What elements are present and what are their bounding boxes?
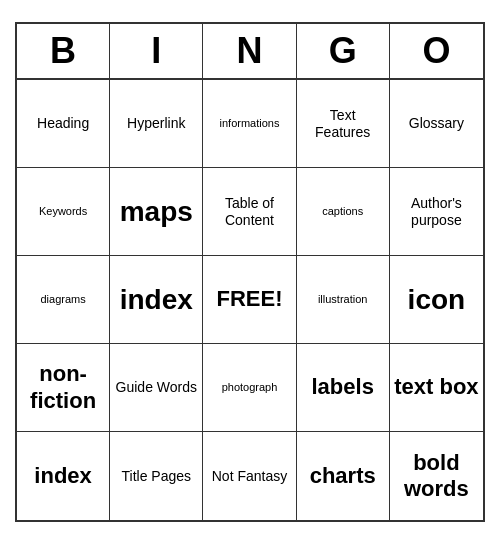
- bingo-cell-22[interactable]: Not Fantasy: [203, 432, 296, 520]
- bingo-header: BINGO: [17, 24, 483, 80]
- bingo-letter-n: N: [203, 24, 296, 78]
- bingo-cell-18[interactable]: labels: [297, 344, 390, 432]
- bingo-cell-19[interactable]: text box: [390, 344, 483, 432]
- bingo-cell-21[interactable]: Title Pages: [110, 432, 203, 520]
- bingo-cell-5[interactable]: Keywords: [17, 168, 110, 256]
- bingo-card: BINGO HeadingHyperlinkinformationsText F…: [15, 22, 485, 522]
- bingo-cell-4[interactable]: Glossary: [390, 80, 483, 168]
- bingo-cell-16[interactable]: Guide Words: [110, 344, 203, 432]
- bingo-letter-o: O: [390, 24, 483, 78]
- bingo-grid: HeadingHyperlinkinformationsText Feature…: [17, 80, 483, 520]
- bingo-cell-8[interactable]: captions: [297, 168, 390, 256]
- bingo-cell-0[interactable]: Heading: [17, 80, 110, 168]
- bingo-cell-23[interactable]: charts: [297, 432, 390, 520]
- bingo-cell-1[interactable]: Hyperlink: [110, 80, 203, 168]
- bingo-cell-7[interactable]: Table of Content: [203, 168, 296, 256]
- bingo-cell-6[interactable]: maps: [110, 168, 203, 256]
- bingo-cell-10[interactable]: diagrams: [17, 256, 110, 344]
- bingo-letter-b: B: [17, 24, 110, 78]
- bingo-letter-g: G: [297, 24, 390, 78]
- bingo-cell-2[interactable]: informations: [203, 80, 296, 168]
- bingo-cell-15[interactable]: non-fiction: [17, 344, 110, 432]
- bingo-cell-12[interactable]: FREE!: [203, 256, 296, 344]
- bingo-letter-i: I: [110, 24, 203, 78]
- bingo-cell-24[interactable]: bold words: [390, 432, 483, 520]
- bingo-cell-20[interactable]: index: [17, 432, 110, 520]
- bingo-cell-13[interactable]: illustration: [297, 256, 390, 344]
- bingo-cell-17[interactable]: photograph: [203, 344, 296, 432]
- bingo-cell-14[interactable]: icon: [390, 256, 483, 344]
- bingo-cell-11[interactable]: index: [110, 256, 203, 344]
- bingo-cell-3[interactable]: Text Features: [297, 80, 390, 168]
- bingo-cell-9[interactable]: Author's purpose: [390, 168, 483, 256]
